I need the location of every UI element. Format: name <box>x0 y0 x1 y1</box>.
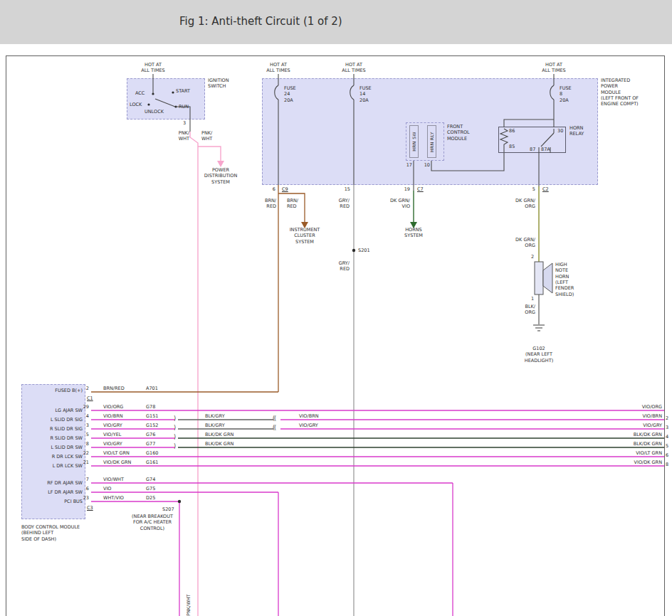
bcm-label-r-slid-dr-sig: R SLID DR SIG <box>24 426 83 432</box>
bcm-pin-8: 8 <box>80 441 89 447</box>
wire-label-dk-grn-org-1: DK GRN/ ORG <box>508 198 535 210</box>
mid-wire-vio-gry: VIO/GRY <box>299 423 318 428</box>
connector-out-icon: ) <box>174 434 175 440</box>
wire-name-wht-vio: WHT/VIO <box>103 495 124 501</box>
instrument-cluster-system-label: INSTRUMENT CLUSTER SYSTEM <box>283 227 326 245</box>
bcm-label-l-slid-dr-sig: L SLID DR SIG <box>24 417 83 423</box>
relay-pin-87a: 87A <box>541 147 550 152</box>
circuit-g152: G152 <box>146 423 158 428</box>
wire-label-gry-red-2: GRY/ RED <box>328 260 350 272</box>
wire-name-vio-wht: VIO/WHT <box>103 477 124 482</box>
wire-label-gry-red-1: GRY/ RED <box>328 198 350 210</box>
ipm-pin-15: 15 <box>340 186 350 192</box>
wire-label-dk-grn-vio: DK GRN/ VIO <box>383 198 410 210</box>
wire-name-vio-lt-grn: VIO/LT GRN <box>103 450 130 456</box>
circuit-g151: G151 <box>146 413 158 419</box>
circuit-g78: G78 <box>146 404 155 410</box>
wire-name-vio-brn: VIO/BRN <box>103 413 123 419</box>
wire-name-vio-gry: VIO/GRY <box>103 423 122 428</box>
bcm-fused-b-label: FUSED B(+) <box>27 388 83 393</box>
bcm-label-lf-dr-ajar-sw: LF DR AJAR SW <box>24 489 83 495</box>
connector-out-icon: ) <box>174 425 175 431</box>
relay-pin-86: 86 <box>509 128 515 134</box>
splice-s201-label: S201 <box>358 248 370 253</box>
hot-label-fuse8: HOT AT ALL TIMES <box>532 62 575 74</box>
mid-wire-blk-dk-grn-2: BLK/DK GRN <box>205 441 233 447</box>
ignition-pos-run: RUN <box>179 104 189 110</box>
connector-out-icon: ) <box>174 415 175 422</box>
bcm-label-pci-bus: PCI BUS <box>24 499 83 504</box>
right-wire-blk-dk-grn-2: BLK/DK GRN <box>589 441 662 447</box>
connector-in-icon: (( <box>273 425 275 431</box>
circuit-d25: D25 <box>146 495 155 501</box>
wire-label-pnk-wht-left: PNK/ WHT <box>169 130 189 142</box>
right-wire-vio-org: VIO/ORG <box>589 404 662 410</box>
right-wire-vio-dk-grn: VIO/DK GRN <box>589 460 662 465</box>
bcm-title: BODY CONTROL MODULE (BEHIND LEFT SIDE OF… <box>21 524 100 542</box>
wire-name-vio-gry-2: VIO/GRY <box>103 441 122 447</box>
bcm-label-r-slid-dr-sw: R SLID DR SW <box>24 435 83 441</box>
bcm-pin-23: 23 <box>80 495 89 501</box>
mid-wire-vio-brn: VIO/BRN <box>299 413 319 419</box>
right-wire-vio-gry: VIO/GRY <box>589 423 662 428</box>
circuit-g74: G74 <box>146 477 155 482</box>
wiring-diagram-page: Fig 1: Anti-theft Circuit (1 of 2) HRN S… <box>0 0 672 616</box>
bcm-pin-7: 7 <box>80 477 89 482</box>
bcm-pin-4: 4 <box>80 413 89 419</box>
horn-pin-1: 1 <box>531 296 534 302</box>
ignition-pos-lock: LOCK <box>130 102 142 107</box>
wire-label-pnk-wht-bottom: PNK/WHT <box>186 580 191 616</box>
wire-label-brn-red-1: BRN/ RED <box>256 198 276 210</box>
relay-pin-87: 87 <box>530 147 535 152</box>
right-pin-2: 2 <box>666 415 668 421</box>
bcm-pin-6: 6 <box>80 486 89 492</box>
bcm-label-l-slid-dr-sw: L SLID DR SW <box>24 445 83 450</box>
relay-pin-30: 30 <box>557 128 563 134</box>
ignition-pos-acc: ACC <box>135 90 145 96</box>
horn-relay-title: HORN RELAY <box>569 125 584 137</box>
circuit-g75: G75 <box>146 486 155 492</box>
circuit-g161: G161 <box>146 460 158 465</box>
wire-name-vio-dk-grn: VIO/DK GRN <box>103 460 131 465</box>
ipm-conn-c7: C7 <box>417 186 424 192</box>
mid-wire-blk-gry-2: BLK/GRY <box>205 423 225 428</box>
fuse-24-label: FUSE 24 20A <box>284 85 296 103</box>
bcm-pin-5: 5 <box>80 432 89 437</box>
splice-s207-note: (NEAR BREAKOUT FOR A/C HEATER CONTROL) <box>125 514 179 531</box>
fcm-pin-17: 17 <box>404 162 412 168</box>
bcm-label-lg-ajar-sw: LG AJAR SW <box>24 408 83 413</box>
hot-label-fuse24: HOT AT ALL TIMES <box>257 62 300 74</box>
wire-label-dk-grn-org-2: DK GRN/ ORG <box>508 237 535 249</box>
fcm-title: FRONT CONTROL MODULE <box>447 124 470 142</box>
circuit-g76: G76 <box>146 432 155 437</box>
horn-pin-2: 2 <box>531 254 534 260</box>
hot-label-ignition: HOT AT ALL TIMES <box>132 62 174 74</box>
fuse-8-label: FUSE 8 20A <box>560 85 572 103</box>
circuit-g160: G160 <box>146 450 158 456</box>
ignition-pin-3: 3 <box>183 120 186 126</box>
figure-title: Fig 1: Anti-theft Circuit (1 of 2) <box>179 15 342 28</box>
bcm-label-rf-dr-ajar-sw: RF DR AJAR SW <box>24 480 83 486</box>
hrn-sw-block: HRN SW <box>409 125 419 158</box>
horns-system-label: HORNS SYSTEM <box>392 227 435 239</box>
relay-pin-85: 85 <box>509 144 515 149</box>
right-pin-3: 3 <box>666 425 668 430</box>
hot-label-fuse14: HOT AT ALL TIMES <box>332 62 375 74</box>
ipm-conn-c9: C9 <box>282 186 288 192</box>
bcm-pin-22: 22 <box>80 450 89 456</box>
bcm-pin-2: 2 <box>80 386 89 391</box>
right-pin-6: 6 <box>666 452 668 458</box>
wire-name-vio-yel: VIO/YEL <box>103 432 121 437</box>
right-pin-4: 4 <box>666 434 668 440</box>
bcm-label-l-dr-lck-sw: L DR LCK SW <box>24 463 83 469</box>
wire-label-pnk-wht-right: PNK/ WHT <box>201 130 212 142</box>
mid-wire-blk-dk-grn-1: BLK/DK GRN <box>205 432 233 437</box>
ipm-conn-c2: C2 <box>542 186 549 192</box>
right-wire-blk-dk-grn-1: BLK/DK GRN <box>589 432 662 437</box>
connector-in-icon: (( <box>273 415 275 422</box>
wire-label-blk-org: BLK/ ORG <box>520 304 535 316</box>
wire-name-brn-red: BRN/RED <box>103 386 125 391</box>
wire-label-brn-red-2: BRN/ RED <box>287 198 298 210</box>
ignition-pos-unlock: UNLOCK <box>145 109 164 115</box>
bcm-conn-c3: C3 <box>87 505 93 511</box>
